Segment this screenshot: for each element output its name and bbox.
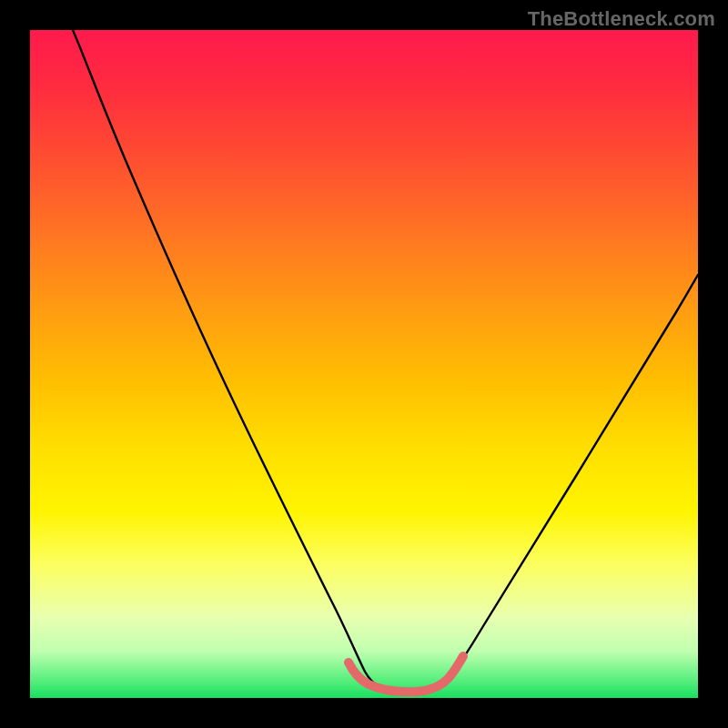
bottleneck-curve-path bbox=[73, 30, 698, 692]
chart-curve-overlay bbox=[30, 30, 698, 698]
chart-frame: TheBottleneck.com bbox=[0, 0, 728, 728]
watermark-label: TheBottleneck.com bbox=[528, 7, 715, 31]
